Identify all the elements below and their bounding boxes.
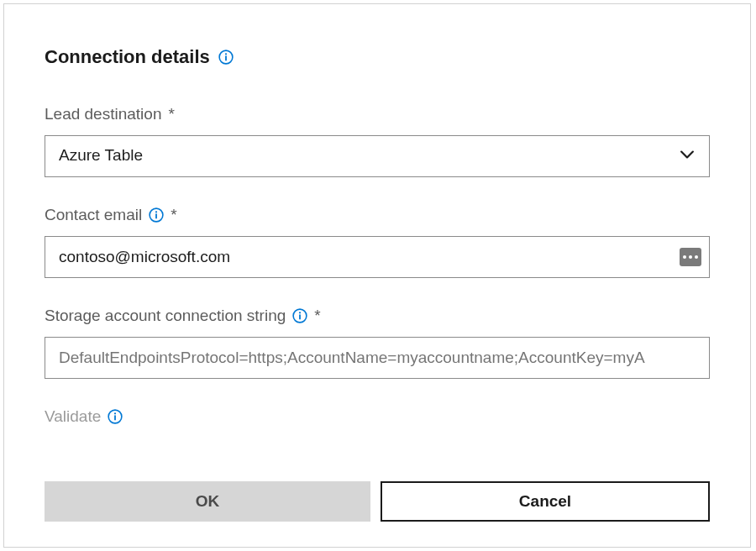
connection-string-input-wrapper <box>45 337 710 379</box>
contact-email-label: Contact email <box>45 206 142 224</box>
info-icon[interactable] <box>149 207 164 223</box>
svg-point-1 <box>225 53 227 55</box>
ellipsis-icon[interactable] <box>680 248 701 266</box>
svg-point-7 <box>299 312 301 313</box>
svg-rect-8 <box>299 314 301 319</box>
connection-string-input[interactable] <box>45 337 710 379</box>
heading-row: Connection details <box>45 46 710 68</box>
contact-email-input[interactable] <box>45 236 710 278</box>
ok-button[interactable]: OK <box>45 481 370 522</box>
connection-details-dialog: Connection details Lead destination * Az… <box>3 3 751 548</box>
connection-string-field: Storage account connection string * <box>45 307 710 379</box>
info-icon[interactable] <box>108 409 123 424</box>
field-label-row: Storage account connection string * <box>45 307 710 325</box>
svg-point-4 <box>155 211 157 213</box>
dialog-heading: Connection details <box>45 46 210 68</box>
required-indicator: * <box>314 307 320 325</box>
lead-destination-select[interactable]: Azure Table <box>45 135 710 177</box>
required-indicator: * <box>168 105 174 123</box>
required-indicator: * <box>171 206 176 224</box>
lead-destination-label: Lead destination <box>45 105 161 123</box>
lead-destination-value: Azure Table <box>45 135 710 177</box>
svg-rect-5 <box>155 213 157 218</box>
contact-email-field: Contact email * <box>45 206 710 278</box>
connection-string-label: Storage account connection string <box>45 307 286 325</box>
lead-destination-field: Lead destination * Azure Table <box>45 105 710 177</box>
info-icon[interactable] <box>292 308 307 323</box>
button-row: OK Cancel <box>45 481 710 522</box>
svg-rect-11 <box>114 415 116 420</box>
validate-row: Validate <box>45 407 710 426</box>
svg-rect-2 <box>225 55 227 60</box>
svg-point-10 <box>114 412 116 414</box>
field-label-row: Lead destination * <box>45 105 710 123</box>
validate-link[interactable]: Validate <box>45 407 101 426</box>
field-label-row: Contact email * <box>45 206 710 224</box>
contact-email-input-wrapper <box>45 236 710 278</box>
info-icon[interactable] <box>218 50 234 65</box>
cancel-button[interactable]: Cancel <box>381 481 710 522</box>
